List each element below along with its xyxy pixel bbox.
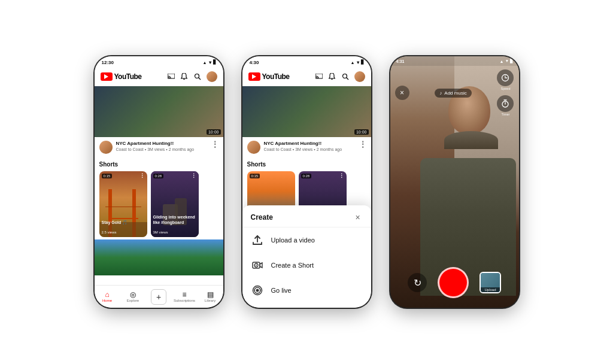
status-time-2: 4:30 (250, 60, 259, 65)
camera-close-button[interactable]: × (395, 86, 409, 100)
nav-library-1[interactable]: ▤ Library (198, 286, 223, 308)
video-duration-2: 10:00 (354, 129, 369, 135)
go-live-item[interactable]: Go live (242, 278, 371, 303)
camera-battery-icon: ▊ (510, 59, 513, 63)
header-icons-1 (167, 71, 217, 82)
upload-icon (251, 233, 264, 247)
create-short-label: Create a Short (271, 262, 314, 269)
featured-video-2: 10:00 (242, 86, 371, 137)
nav-library-label-1: Library (205, 299, 216, 302)
add-music-button[interactable]: ♪ Add music (435, 89, 471, 98)
wifi-icon-2: ▾ (357, 60, 359, 65)
header-icons-2 (315, 71, 365, 82)
camera-right-controls: Speed Timer (497, 69, 514, 116)
add-music-label: Add music (444, 90, 466, 96)
avatar-icon-1[interactable] (207, 71, 217, 82)
upload-video-item[interactable]: Upload a video (242, 228, 371, 253)
signal-icon-1: ▲ (203, 60, 207, 65)
camera-wifi-icon: ▾ (506, 59, 508, 63)
video-meta-2: Coast to Coast • 3M views • 2 months ago (264, 147, 356, 151)
video-title-1: NYC Apartment Hunting!! (116, 141, 208, 147)
short-title-1: Stay Gold 🎵 (102, 220, 145, 225)
notification-icon-2[interactable] (328, 72, 336, 81)
search-icon-1[interactable] (193, 72, 202, 81)
video-duration-1: 10:00 (207, 129, 221, 135)
youtube-logo-2: YouTube (248, 72, 290, 81)
video-more-icon-2[interactable]: ⋮ (359, 141, 366, 148)
music-note-icon: ♪ (439, 90, 442, 96)
library-icon-1: ▤ (207, 291, 214, 298)
notification-icon-1[interactable] (180, 72, 189, 81)
short-more-icon-2[interactable]: ⋮ (191, 173, 196, 179)
record-button[interactable] (438, 267, 469, 298)
camera-view: 4:31 ▲ ▾ ▊ × ♪ Add mus (390, 56, 519, 308)
video-info-row-1: NYC Apartment Hunting!! Coast to Coast •… (95, 137, 223, 157)
cast-icon-1[interactable] (167, 72, 175, 81)
flip-icon: ↻ (414, 277, 421, 289)
short-views-1: 2.5 views (102, 230, 117, 234)
home-icon-1: ⌂ (105, 291, 109, 298)
nav-home-1[interactable]: ⌂ Home (95, 286, 120, 308)
speed-label: Speed (501, 87, 511, 90)
battery-icon-2: ▊ (361, 60, 364, 65)
camera-status-bar: 4:31 ▲ ▾ ▊ (390, 56, 519, 66)
search-icon-2[interactable] (341, 72, 350, 81)
nav-subs-label-1: Subscriptions (174, 299, 195, 302)
timer-label: Timer (502, 113, 510, 116)
short-more-icon-1[interactable]: ⋮ (139, 173, 145, 179)
video-info-row-2: NYC Apartment Hunting!! Coast to Coast •… (242, 137, 371, 157)
shorts-row-1: 0:15 ⋮ Stay Gold 🎵 2.5 views (99, 171, 219, 237)
shorts-title-1: Shorts (99, 161, 219, 168)
camera-bottom-bar: ↻ Upload (390, 267, 519, 298)
short-duration-1: 0:15 (102, 174, 113, 178)
svg-line-2 (198, 77, 201, 80)
channel-avatar-2 (247, 141, 260, 154)
create-short-item[interactable]: Create a Short (242, 253, 371, 278)
youtube-header-2: YouTube (242, 67, 371, 86)
wifi-icon-1: ▾ (209, 60, 211, 65)
short-duration-2a: 0:15 (250, 174, 260, 178)
video-more-icon-1[interactable]: ⋮ (211, 141, 219, 148)
close-icon: × (355, 213, 360, 222)
explore-icon-1: ◎ (130, 291, 136, 298)
avatar-icon-2[interactable] (354, 71, 365, 82)
flip-camera-button[interactable]: ↻ (408, 273, 427, 292)
status-bar-1: 12:30 ▲ ▾ ▊ (95, 56, 223, 67)
short-views-2: 3M views (153, 230, 168, 234)
upload-video-label: Upload a video (271, 236, 315, 244)
svg-line-5 (346, 77, 348, 80)
youtube-logo-1: YouTube (101, 72, 142, 81)
short-more-2b[interactable]: ⋮ (339, 173, 344, 179)
nav-home-label-1: Home (102, 299, 112, 302)
channel-avatar-1 (99, 141, 113, 154)
nature-thumb-1 (95, 239, 223, 275)
short-card-1[interactable]: 0:15 ⋮ Stay Gold 🎵 2.5 views (99, 171, 147, 237)
svg-point-1 (195, 74, 199, 78)
nav-subscriptions-1[interactable]: ≡ Subscriptions (172, 286, 198, 308)
nav-explore-1[interactable]: ◎ Explore (120, 286, 146, 308)
status-icons-2: ▲ ▾ ▊ (351, 60, 364, 65)
shorts-section-1: Shorts 0:15 ⋮ Stay Gold (95, 157, 223, 239)
camera-top-bar: × ♪ Add music Speed (390, 66, 519, 120)
status-icons-1: ▲ ▾ ▊ (203, 60, 216, 65)
cast-icon-2[interactable] (315, 72, 323, 81)
short-title-2: Gliding into weekend like #longboard (153, 215, 196, 225)
youtube-header-1: YouTube (95, 67, 223, 86)
phone-3: 4:31 ▲ ▾ ▊ × ♪ Add mus (390, 56, 519, 308)
live-icon (251, 284, 264, 297)
subscriptions-icon-1: ≡ (182, 291, 186, 298)
short-duration-2: 0:28 (153, 174, 164, 178)
youtube-logo-text-1: YouTube (114, 72, 142, 81)
video-info-text-1: NYC Apartment Hunting!! Coast to Coast •… (116, 141, 208, 151)
upload-thumbnail[interactable]: Upload (480, 272, 501, 293)
phone-2: 4:30 ▲ ▾ ▊ YouTube (242, 56, 371, 308)
speed-control[interactable]: Speed (497, 69, 514, 90)
modal-close-button[interactable]: × (353, 213, 363, 222)
person-shoulder (444, 131, 498, 149)
short-card-2[interactable]: 0:28 ⋮ Gliding into weekend like #longbo… (151, 171, 199, 237)
svg-point-8 (256, 265, 257, 266)
status-time-1: 12:30 (102, 60, 114, 65)
signal-icon-2: ▲ (351, 60, 355, 65)
timer-control[interactable]: Timer (497, 95, 514, 116)
nav-create-1[interactable]: + (146, 286, 172, 308)
